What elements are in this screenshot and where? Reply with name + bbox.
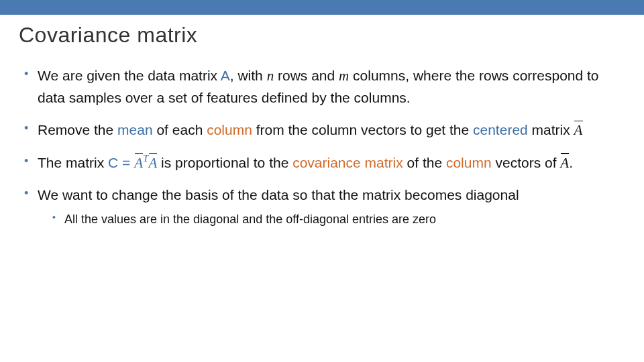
text: is proportional to the bbox=[157, 155, 292, 170]
slide-content: Covariance matrix We are given the data … bbox=[0, 15, 644, 229]
header-bar bbox=[0, 0, 644, 15]
text: All the values are in the diagonal and t… bbox=[64, 213, 436, 226]
text: from the column vectors to get the bbox=[252, 122, 473, 137]
bullet-item-3: The matrix C = ATA is proportional to th… bbox=[24, 152, 625, 174]
a-bar-t: A bbox=[134, 152, 143, 174]
word-column-2: column bbox=[446, 155, 492, 170]
sub-item-1: All the values are in the diagonal and t… bbox=[52, 210, 625, 229]
equals: = bbox=[118, 155, 134, 170]
a-bar-2: A bbox=[148, 152, 157, 174]
text: Remove the bbox=[38, 122, 117, 137]
var-n: n bbox=[267, 68, 274, 84]
bullet-item-2: Remove the mean of each column from the … bbox=[24, 119, 625, 141]
text: of the bbox=[403, 155, 446, 170]
text: vectors of bbox=[492, 155, 561, 170]
text: We are given the data matrix bbox=[38, 68, 221, 83]
bullet-item-1: We are given the data matrix A, with n r… bbox=[24, 65, 625, 109]
text: The matrix bbox=[38, 155, 108, 170]
text: We want to change the basis of the data … bbox=[38, 187, 519, 202]
a-bar: A bbox=[574, 119, 583, 141]
text: . bbox=[569, 155, 573, 170]
bullet-item-4: We want to change the basis of the data … bbox=[24, 184, 625, 229]
text: of each bbox=[153, 122, 207, 137]
word-covariance: covariance matrix bbox=[292, 155, 403, 170]
var-m: m bbox=[339, 68, 349, 84]
text: , with bbox=[230, 68, 267, 83]
matrix-a: A bbox=[221, 68, 230, 83]
sub-list: All the values are in the diagonal and t… bbox=[38, 210, 625, 229]
word-centered: centered bbox=[473, 122, 528, 137]
slide-title: Covariance matrix bbox=[19, 23, 625, 48]
text: rows and bbox=[274, 68, 339, 83]
word-column: column bbox=[207, 122, 252, 137]
text: matrix bbox=[528, 122, 574, 137]
word-mean: mean bbox=[117, 122, 153, 137]
bullet-list: We are given the data matrix A, with n r… bbox=[19, 65, 625, 229]
a-bar-3: A bbox=[560, 152, 569, 174]
matrix-c: C bbox=[108, 155, 118, 170]
